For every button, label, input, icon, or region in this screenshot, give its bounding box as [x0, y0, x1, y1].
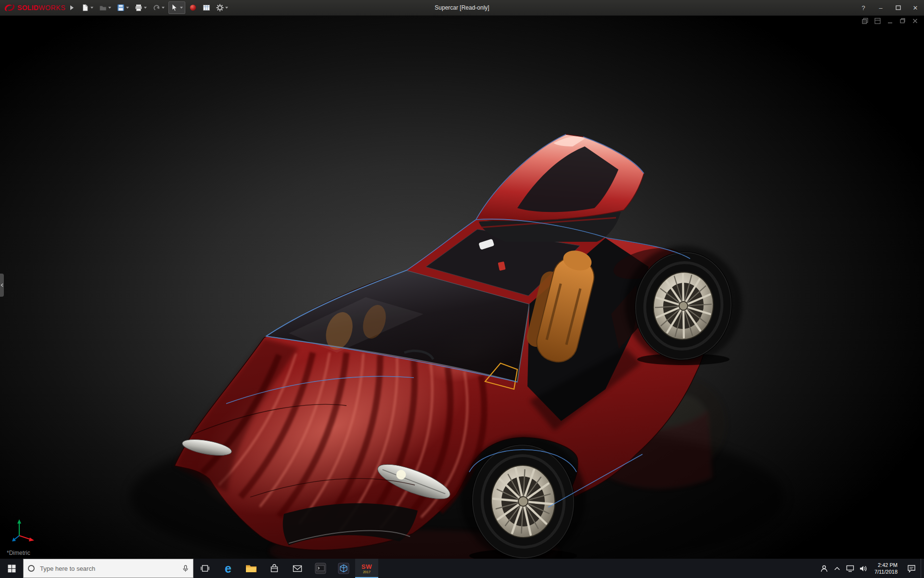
brand-works: WORKS	[38, 4, 65, 12]
dropdown-caret-icon	[180, 7, 183, 9]
action-center-icon	[907, 565, 916, 573]
taskbar-app-edge[interactable]: e	[217, 559, 240, 578]
new-document-button[interactable]	[79, 2, 95, 13]
document-window-controls	[862, 18, 918, 24]
maximize-icon	[896, 5, 901, 10]
doc-cascade-icon[interactable]	[862, 18, 868, 24]
network-display-icon	[846, 565, 854, 572]
start-button[interactable]	[0, 559, 23, 578]
chevron-up-icon	[834, 566, 840, 571]
dropdown-caret-icon	[225, 7, 228, 9]
title-bar: SOLIDWORKS	[0, 0, 924, 16]
select-tool-button[interactable]	[168, 1, 185, 14]
document-title: Supercar [Read-only]	[435, 0, 489, 15]
taskbar-search[interactable]	[23, 559, 193, 578]
close-button[interactable]: ✕	[907, 0, 924, 15]
save-button[interactable]	[115, 2, 131, 13]
volume-button[interactable]	[857, 559, 870, 578]
action-center-button[interactable]	[902, 559, 921, 578]
volume-icon	[859, 565, 867, 572]
collapse-chevron-icon	[0, 283, 3, 287]
open-button[interactable]	[97, 2, 113, 13]
dropdown-caret-icon	[90, 7, 93, 9]
cube-app-icon	[338, 563, 349, 574]
people-icon	[820, 565, 828, 573]
options-button[interactable]	[214, 2, 230, 13]
graphics-viewport[interactable]: *Dimetric	[0, 15, 924, 559]
solidworks-app-icon: SW 2017	[361, 564, 372, 574]
appearance-button[interactable]	[187, 2, 199, 13]
hidden-icons-button[interactable]	[831, 559, 844, 578]
brand-solid: SOLID	[17, 4, 38, 12]
solidworks-logo[interactable]: SOLIDWORKS	[0, 3, 68, 12]
taskbar-app-file-explorer[interactable]	[240, 559, 263, 578]
print-icon	[135, 4, 142, 12]
clock-date: 7/11/2018	[874, 568, 898, 575]
taskbar-clock[interactable]: 2:42 PM 7/11/2018	[870, 559, 902, 578]
print-button[interactable]	[133, 2, 149, 13]
solidworks-window: SOLIDWORKS	[0, 0, 924, 578]
taskbar-app-dark-window[interactable]	[309, 559, 332, 578]
undo-arrow-icon	[153, 4, 160, 12]
help-button[interactable]: ?	[855, 0, 872, 15]
clock-time: 2:42 PM	[878, 562, 898, 568]
reference-triad[interactable]	[11, 516, 38, 545]
design-table-icon	[203, 4, 210, 12]
dropdown-caret-icon	[162, 7, 165, 9]
undo-button[interactable]	[151, 2, 167, 13]
taskbar-app-cube[interactable]	[332, 559, 355, 578]
windows-logo-icon	[8, 565, 16, 573]
task-view-icon	[200, 564, 210, 573]
maximize-button[interactable]	[889, 0, 907, 15]
view-orientation-label: *Dimetric	[7, 550, 30, 556]
design-table-button[interactable]	[201, 2, 212, 13]
dropdown-caret-icon	[126, 7, 129, 9]
show-desktop-button[interactable]	[921, 559, 924, 578]
search-input[interactable]	[39, 565, 178, 573]
cortana-circle-icon	[27, 565, 35, 572]
windows-taskbar: e	[0, 559, 924, 578]
dropdown-caret-icon	[108, 7, 111, 9]
taskbar-app-mail[interactable]	[286, 559, 309, 578]
minimize-button[interactable]: –	[872, 0, 889, 15]
system-tray: 2:42 PM 7/11/2018	[818, 559, 924, 578]
people-button[interactable]	[818, 559, 831, 578]
save-floppy-icon	[117, 4, 125, 12]
dark-window-app-icon	[315, 563, 326, 574]
window-controls: ? – ✕	[855, 0, 924, 15]
ds-logo-icon	[4, 3, 15, 12]
new-document-icon	[81, 4, 89, 12]
select-cursor-icon	[171, 4, 179, 12]
supercar-render	[0, 15, 924, 559]
mail-envelope-icon	[293, 565, 302, 573]
taskbar-app-store[interactable]	[263, 559, 286, 578]
taskbar-app-solidworks[interactable]: SW 2017	[355, 559, 378, 578]
edge-icon: e	[225, 563, 231, 575]
microphone-icon[interactable]	[182, 565, 189, 573]
open-folder-icon	[99, 4, 107, 12]
doc-minimize-icon[interactable]	[887, 18, 893, 24]
task-view-button[interactable]	[193, 559, 217, 578]
file-explorer-icon	[245, 564, 257, 573]
doc-restore-icon[interactable]	[899, 18, 906, 24]
menu-flyout-arrow-icon[interactable]	[70, 5, 74, 10]
appearance-sphere-icon	[189, 4, 197, 12]
network-button[interactable]	[844, 559, 857, 578]
store-bag-icon	[270, 564, 279, 573]
doc-close-icon[interactable]	[912, 18, 918, 24]
dropdown-caret-icon	[144, 7, 147, 9]
doc-tile-icon[interactable]	[874, 18, 881, 24]
options-gear-icon	[216, 4, 224, 12]
open-door	[476, 134, 644, 242]
featuremanager-collapse-tab[interactable]	[0, 274, 4, 297]
